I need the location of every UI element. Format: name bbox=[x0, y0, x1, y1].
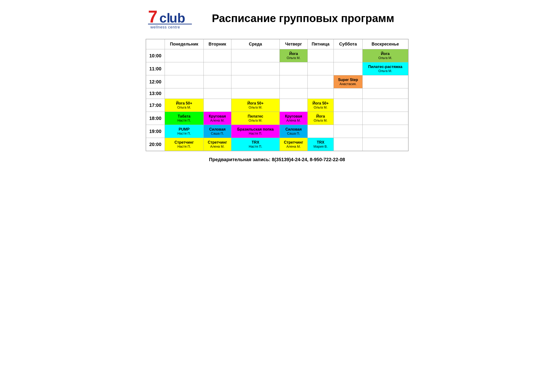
svg-text:cl: cl bbox=[159, 11, 170, 25]
class-name: Стретчинг bbox=[284, 140, 303, 145]
logo-svg: 7 cl ub wellness centre bbox=[146, 5, 193, 31]
instructor-name: Саша П. bbox=[287, 132, 300, 135]
cell-content: СтретчингНастя П. bbox=[167, 140, 201, 148]
class-name: Круговая bbox=[209, 114, 226, 119]
instructor-name: Алена М. bbox=[210, 145, 225, 148]
table-row: 19:00PUMPНастя П.СиловаяСаша П.Бразильск… bbox=[146, 125, 408, 138]
time-cell: 12:00 bbox=[146, 75, 165, 88]
schedule-cell: TRXМария В. bbox=[307, 138, 334, 151]
schedule-cell: Super StepАнастасия. bbox=[334, 75, 362, 88]
cell-content: Йога 50+Ольга М. bbox=[310, 101, 332, 109]
instructor-name: Настя П. bbox=[249, 145, 262, 148]
logo: 7 cl ub wellness centre bbox=[146, 5, 198, 32]
schedule-cell bbox=[165, 49, 204, 62]
instructor-name: Ольга М. bbox=[314, 105, 327, 109]
footer: Предварительная запись: 8(35139)4-24-24,… bbox=[146, 157, 409, 162]
class-name: Табата bbox=[178, 114, 190, 119]
col-header-sat: Суббота bbox=[334, 39, 362, 49]
table-row: 12:00Super StepАнастасия. bbox=[146, 75, 408, 88]
schedule-cell: Йога 50+Ольга М. bbox=[165, 99, 204, 112]
schedule-cell bbox=[307, 125, 334, 138]
cell-content: ЙогаОльга М. bbox=[365, 52, 406, 60]
schedule-cell bbox=[203, 75, 231, 88]
cell-content: Бразильская попкаНастя П. bbox=[233, 127, 277, 135]
cell-content: КруговаяАлена М. bbox=[282, 114, 305, 122]
instructor-name: Настя П. bbox=[249, 132, 262, 135]
class-name: Стретчинг bbox=[174, 140, 194, 145]
cell-content: ПилатесОльга М. bbox=[233, 114, 277, 122]
class-name: Super Step bbox=[338, 78, 358, 82]
schedule-cell: ТабатаНастя П. bbox=[165, 112, 204, 125]
instructor-name: Ольга М. bbox=[287, 56, 300, 60]
schedule-cell: PUMPНастя П. bbox=[165, 125, 204, 138]
cell-content: Йога 50+Ольга М. bbox=[233, 101, 277, 109]
time-cell: 13:00 bbox=[146, 88, 165, 99]
instructor-name: Ольга М. bbox=[249, 105, 262, 109]
schedule-cell bbox=[280, 75, 307, 88]
instructor-name: Настя П. bbox=[177, 119, 191, 122]
cell-content: ЙогаОльга М. bbox=[310, 114, 332, 122]
class-name: Бразильская попка bbox=[237, 127, 274, 132]
schedule-cell: Пилатес-растяжкаОльга М. bbox=[362, 62, 408, 75]
schedule-cell bbox=[334, 88, 362, 99]
table-row: 10:00ЙогаОльга М.ЙогаОльга М. bbox=[146, 49, 408, 62]
cell-content: TRXНастя П. bbox=[233, 140, 277, 148]
cell-content: ТабатаНастя П. bbox=[167, 114, 201, 122]
schedule-cell bbox=[334, 138, 362, 151]
schedule-table: Понедельник Вторник Среда Четверг Пятниц… bbox=[146, 39, 409, 151]
instructor-name: Алена М. bbox=[286, 119, 301, 122]
cell-content: TRXМария В. bbox=[310, 140, 332, 148]
class-name: Йога bbox=[289, 52, 298, 56]
schedule-cell bbox=[165, 75, 204, 88]
schedule-cell bbox=[334, 125, 362, 138]
col-header-tue: Вторник bbox=[203, 39, 231, 49]
svg-text:wellness centre: wellness centre bbox=[150, 25, 180, 29]
schedule-cell bbox=[165, 62, 204, 75]
class-name: Йога 50+ bbox=[312, 101, 329, 105]
instructor-name: Ольга М. bbox=[249, 119, 262, 122]
class-name: Круговая bbox=[285, 114, 302, 119]
cell-content: СтретчингАлена М. bbox=[282, 140, 305, 148]
instructor-name: Алена М. bbox=[286, 145, 301, 148]
cell-content: СтретчингАлена М. bbox=[206, 140, 229, 148]
schedule-cell: TRXНастя П. bbox=[231, 138, 279, 151]
schedule-cell bbox=[334, 49, 362, 62]
cell-content: СиловаяСаша П. bbox=[206, 127, 229, 135]
cell-content: Super StepАнастасия. bbox=[336, 78, 360, 86]
cell-content: ЙогаОльга М. bbox=[282, 52, 305, 60]
schedule-cell bbox=[280, 88, 307, 99]
schedule-cell bbox=[203, 62, 231, 75]
page-header: 7 cl ub wellness centre Расписание групп… bbox=[146, 5, 409, 32]
schedule-cell: СиловаяСаша П. bbox=[280, 125, 307, 138]
class-name: Пилатес-растяжка bbox=[368, 65, 402, 69]
class-name: Йога 50+ bbox=[247, 101, 263, 105]
class-name: Йога bbox=[381, 52, 390, 56]
schedule-cell: Йога 50+Ольга М. bbox=[231, 99, 279, 112]
time-cell: 10:00 bbox=[146, 49, 165, 62]
schedule-cell: ЙогаОльга М. bbox=[307, 112, 334, 125]
schedule-cell bbox=[203, 49, 231, 62]
class-name: Силовая bbox=[285, 127, 302, 132]
time-cell: 19:00 bbox=[146, 125, 165, 138]
schedule-cell: ПилатесОльга М. bbox=[231, 112, 279, 125]
schedule-cell bbox=[362, 75, 408, 88]
instructor-name: Ольга М. bbox=[378, 56, 392, 60]
schedule-cell: ЙогаОльга М. bbox=[362, 49, 408, 62]
schedule-cell bbox=[362, 138, 408, 151]
schedule-cell bbox=[307, 62, 334, 75]
cell-content: КруговаяАлена М. bbox=[206, 114, 229, 122]
schedule-cell bbox=[307, 88, 334, 99]
class-name: Силовая bbox=[209, 127, 225, 132]
table-row: 20:00СтретчингНастя П.СтретчингАлена М.T… bbox=[146, 138, 408, 151]
table-row: 17:00Йога 50+Ольга М.Йога 50+Ольга М.Йог… bbox=[146, 99, 408, 112]
schedule-cell bbox=[362, 99, 408, 112]
schedule-cell: СиловаяСаша П. bbox=[203, 125, 231, 138]
class-name: Йога bbox=[316, 114, 325, 119]
schedule-cell: КруговаяАлена М. bbox=[203, 112, 231, 125]
schedule-cell: Йога 50+Ольга М. bbox=[307, 99, 334, 112]
schedule-cell bbox=[362, 112, 408, 125]
col-header-thu: Четверг bbox=[280, 39, 307, 49]
schedule-cell bbox=[231, 49, 279, 62]
schedule-cell bbox=[362, 125, 408, 138]
class-name: TRX bbox=[252, 140, 259, 145]
